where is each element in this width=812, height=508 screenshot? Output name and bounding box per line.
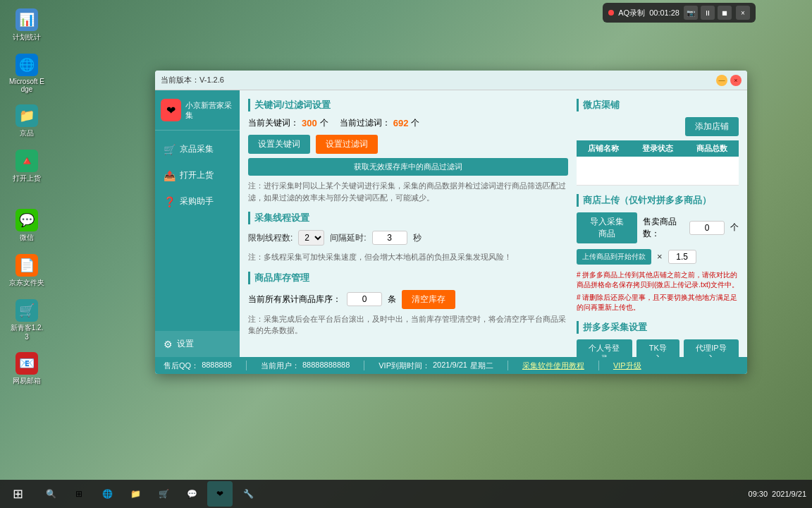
recording-pause-btn[interactable]: ⏸ — [701, 6, 715, 20]
shop-col-goods: 商品总数 — [684, 140, 739, 157]
taskbar-folder[interactable]: 📁 — [123, 481, 148, 507]
recording-app-name: AQ录制 — [618, 8, 645, 18]
recording-widget: AQ录制 00:01:28 📷 ⏸ ⏹ × — [603, 3, 756, 23]
sidebar-settings[interactable]: ⚙ 设置 — [155, 331, 240, 357]
taskbar-right: 09:30 2021/9/21 — [743, 490, 812, 498]
goods-count-input[interactable] — [689, 221, 725, 235]
recording-close-btn[interactable]: × — [736, 6, 750, 20]
icon-doc[interactable]: 📄 京东文件夹 — [6, 251, 48, 291]
vip-date: 2021/9/21 — [433, 361, 467, 371]
taskbar-icons: 🔍 ⊞ 🌐 📁 🛒 💬 ❤ 🔧 — [35, 481, 264, 507]
set-filter-button[interactable]: 设置过滤词 — [316, 135, 378, 154]
taskbar-view[interactable]: ⊞ — [66, 481, 92, 507]
keyword-count-label: 当前关键词： — [248, 117, 299, 129]
icon-up[interactable]: 🔺 打开上货 — [6, 147, 48, 186]
sidebar-logo: ❤ 小京新营家采集 — [155, 90, 240, 131]
storage-row: 当前所有累计商品库序： 条 清空库存 — [248, 290, 568, 309]
user-label: 当前用户： — [261, 361, 300, 371]
personal-login-button[interactable]: 个人号登录 — [577, 339, 632, 358]
filter-count-label: 当前过滤词： — [340, 117, 390, 129]
clear-storage-button[interactable]: 清空库存 — [402, 290, 455, 309]
sidebar-item-help[interactable]: ❓ 采购助手 — [155, 188, 240, 214]
set-keyword-button[interactable]: 设置关键词 — [248, 135, 310, 154]
vip-day: 星期二 — [470, 361, 493, 371]
interval-input[interactable] — [372, 231, 407, 245]
shop-table-body — [577, 157, 739, 185]
shop-col-name: 店铺名称 — [577, 140, 631, 157]
icon-edge[interactable]: 🌐 Microsoft Edge — [6, 51, 48, 96]
sidebar-item-open-upload[interactable]: 📤 打开上货 — [155, 162, 240, 188]
taskbar-store[interactable]: 🛒 — [151, 481, 176, 507]
close-button[interactable]: × — [730, 75, 742, 86]
taskbar-edge[interactable]: 🌐 — [94, 481, 120, 507]
keyword-count-stat: 当前关键词： 300 个 — [248, 117, 328, 129]
tk-import-button[interactable]: TK导入 — [636, 339, 679, 358]
keyword-stats-row: 当前关键词： 300 个 当前过滤词： 692 个 — [248, 117, 568, 129]
settings-icon: ⚙ — [164, 339, 173, 350]
storage-input[interactable] — [347, 292, 382, 306]
shop-header: 添加店铺 — [577, 117, 739, 136]
storage-label: 当前所有累计商品库序： — [248, 294, 341, 306]
sidebar: ❤ 小京新营家采集 🛒 京品采集 📤 打开上货 ❓ 采购助手 ⚙ — [155, 90, 240, 357]
filter-count-value: 692 — [393, 118, 409, 128]
qq-status: 售后QQ： 8888888 — [164, 361, 232, 371]
goods-icon: 🛒 — [164, 144, 176, 155]
taskbar-app2[interactable]: 🔧 — [235, 481, 261, 507]
proxy-import-button[interactable]: 代理IP导入 — [684, 339, 739, 358]
window-title: 当前版本：V-1.2.6 — [161, 75, 716, 85]
recording-stop-btn[interactable]: ⏹ — [718, 6, 732, 20]
thread-select[interactable]: 2 4 6 — [298, 230, 324, 246]
interval-unit: 秒 — [413, 232, 422, 244]
taskbar-chat[interactable]: 💬 — [179, 481, 204, 507]
goods-count-label: 售卖商品数： — [643, 216, 684, 240]
goods-label: 京品采集 — [180, 143, 214, 155]
minimize-button[interactable]: — — [716, 75, 727, 86]
thread-label: 限制线程数: — [248, 232, 293, 244]
icon-new2[interactable]: 📧 网易邮箱 — [6, 349, 48, 389]
icon-new1[interactable]: 🛒 新青客1.2.3 — [6, 296, 48, 344]
import-goods-button[interactable]: 导入采集商品 — [577, 212, 637, 243]
taskbar-search[interactable]: 🔍 — [38, 481, 63, 507]
left-panel: 关键词/过滤词设置 当前关键词： 300 个 当前过滤词： 692 个 — [248, 99, 568, 349]
taskbar: ⊞ 🔍 ⊞ 🌐 📁 🛒 💬 ❤ 🔧 09:30 2021/9/21 — [0, 480, 812, 508]
icon-chat[interactable]: 💬 微信 — [6, 206, 48, 246]
vip-status: VIP到期时间： 2021/9/21 星期二 — [379, 361, 493, 371]
multi-account-title: 拼多多采集设置 — [577, 321, 739, 334]
collection-note: 注：多线程采集可加快采集速度，但会增大本地机器的负担及采集发现风险！ — [248, 251, 568, 263]
add-shop-button[interactable]: 添加店铺 — [685, 117, 739, 136]
shop-section: 微店渠铺 添加店铺 店铺名称 登录状态 商品总数 — [577, 99, 739, 186]
start-button[interactable]: ⊞ — [0, 480, 35, 508]
storage-unit: 条 — [388, 294, 396, 306]
keyword-count-value: 300 — [302, 118, 317, 128]
recording-timer: 00:01:28 — [649, 8, 679, 17]
status-divider3 — [508, 361, 508, 370]
status-divider4 — [598, 361, 599, 370]
vip-label: VIP到期时间： — [379, 361, 430, 371]
icon-stats[interactable]: 📊 计划统计 — [6, 6, 48, 45]
sidebar-nav: 🛒 京品采集 📤 打开上货 ❓ 采购助手 — [155, 131, 240, 220]
filter-count-unit: 个 — [411, 117, 419, 129]
upload-goods-button[interactable]: 上传商品到开始付款 — [577, 249, 651, 265]
desktop-icons: 📊 计划统计 🌐 Microsoft Edge 📁 京品 🔺 打开上货 💬 微信… — [0, 0, 54, 394]
app-logo-icon: ❤ — [161, 99, 181, 121]
remove-in-stock-button[interactable]: 获取无效缓存库中的商品过滤词 — [248, 158, 568, 176]
upload-note2: # 请删除后还原心里事，且不要切换其他地方满足足的问再重新上传也。 — [577, 293, 739, 313]
upload-section-title: 商店上传（仅针对拼多多商品） — [577, 194, 739, 207]
keyword-section: 关键词/过滤词设置 当前关键词： 300 个 当前过滤词： 692 个 — [248, 99, 568, 203]
icon-folder[interactable]: 📁 京品 — [6, 102, 48, 141]
storage-note: 注：采集完成后会在平台后台滚出，及时中出，当前库存管理清空时，将会清空序平台商品… — [248, 313, 568, 337]
recording-screen-btn[interactable]: 📷 — [684, 6, 698, 20]
sidebar-item-goods-collect[interactable]: 🛒 京品采集 — [155, 136, 240, 162]
multiply-input[interactable] — [668, 250, 696, 264]
user-value: 88888888888 — [302, 361, 350, 371]
status-bar: 售后QQ： 8888888 当前用户： 88888888888 VIP到期时间：… — [155, 357, 747, 374]
multiply-sign: × — [657, 251, 663, 262]
interval-label: 间隔延时: — [330, 232, 366, 244]
tutorial-link[interactable]: 采集软件使用教程 — [522, 361, 584, 371]
taskbar-time: 09:30 — [749, 490, 768, 498]
keyword-count-unit: 个 — [320, 117, 328, 129]
title-bar: 当前版本：V-1.2.6 — × — [155, 71, 747, 90]
help-label: 采购助手 — [180, 195, 214, 207]
vip-upgrade-link[interactable]: VIP升级 — [613, 361, 641, 371]
taskbar-app1[interactable]: ❤ — [207, 481, 233, 507]
